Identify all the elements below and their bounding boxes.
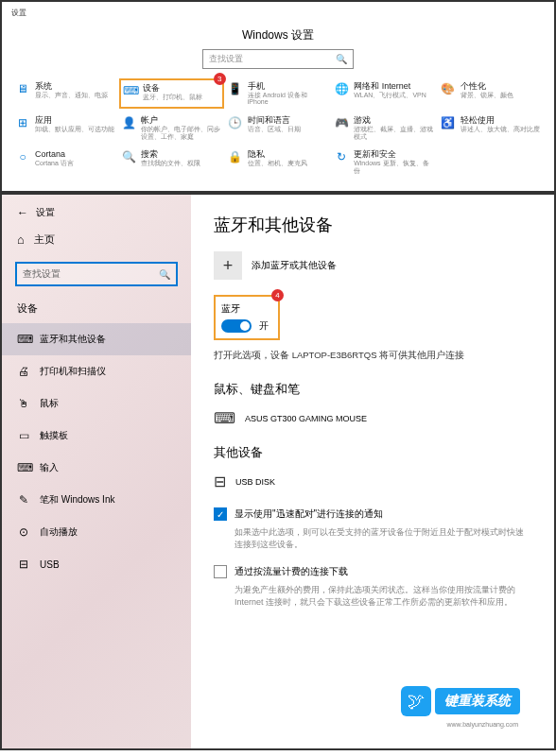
apps-icon: ⊞ [15,115,30,130]
accounts-icon: 👤 [121,115,136,130]
usb-nav-icon: ⊟ [17,558,30,571]
nav-touchpad[interactable]: ▭触摸板 [2,420,191,452]
bluetooth-toggle[interactable] [221,319,252,333]
section-mouse-keyboard: 鼠标、键盘和笔 [214,381,531,398]
mouse-nav-icon: 🖱 [17,397,30,410]
step-badge-4: 4 [271,289,284,301]
bluetooth-toggle-area: 4 蓝牙 开 [214,295,280,340]
tile-gaming[interactable]: 🎮游戏游戏栏、截屏、直播、游戏模式 [332,112,436,143]
network-icon: 🌐 [334,81,349,96]
usb-device-icon: ⊟ [214,472,226,490]
nav-printers[interactable]: 🖨打印机和扫描仪 [2,355,191,387]
keyboard-device-icon: ⌨ [214,409,235,427]
system-icon: 🖥 [15,81,30,96]
pen-nav-icon: ✎ [17,493,30,507]
search-input-top[interactable]: 查找设置 🔍 [202,49,354,69]
tile-ease-of-access[interactable]: ♿轻松使用讲述人、放大镜、高对比度 [439,112,543,143]
watermark-text: 键重装系统 [435,688,520,714]
device-row[interactable]: ⌨ ASUS GT300 GAMING MOUSE [214,405,531,444]
tile-update-security[interactable]: ↻更新和安全Windows 更新、恢复、备份 [332,146,436,177]
home-button[interactable]: ⌂ 主页 [2,223,191,256]
gaming-icon: 🎮 [334,115,349,130]
tile-network[interactable]: 🌐网络和 InternetWLAN、飞行模式、VPN [332,78,436,109]
section-other-devices: 其他设备 [214,444,531,461]
back-icon[interactable]: ← [17,206,28,219]
printer-nav-icon: 🖨 [17,365,30,378]
touchpad-nav-icon: ▭ [17,429,30,442]
watermark-url: www.baiyunzhuang.com [447,721,519,728]
tile-search[interactable]: 🔍搜索查找我的文件、权限 [119,146,223,177]
toggle-state: 开 [259,319,269,333]
search-input-sidebar[interactable]: 查找设置 🔍 [15,262,178,286]
step-badge-3: 3 [214,73,226,85]
sidebar: ← 设置 ⌂ 主页 查找设置 🔍 设备 ⌨蓝牙和其他设备 🖨打印机和扫描仪 🖱鼠… [2,195,191,748]
device-row[interactable]: ⊟ USB DISK [214,469,531,507]
sidebar-header: ← 设置 [2,202,191,223]
nav-bluetooth[interactable]: ⌨蓝牙和其他设备 [2,323,191,355]
nav-usb[interactable]: ⊟USB [2,548,191,580]
personalization-icon: 🎨 [441,81,456,96]
nav-typing[interactable]: ⌨输入 [2,452,191,484]
checkbox-swift-pair[interactable]: ✓ 显示使用"迅速配对"进行连接的通知 [214,507,531,521]
tile-phone[interactable]: 📱手机连接 Android 设备和 iPhone [226,78,330,109]
nav-pen[interactable]: ✎笔和 Windows Ink [2,484,191,516]
checkbox-icon [214,565,227,578]
metered-description: 为避免产生额外的费用，保持此选项关闭状态。这样当你使用按流量计费的 Intern… [214,584,531,608]
typing-nav-icon: ⌨ [17,461,30,474]
tile-personalization[interactable]: 🎨个性化背景、锁屏、颜色 [439,78,543,109]
nav-mouse[interactable]: 🖱鼠标 [2,387,191,420]
cortana-icon: ○ [15,149,30,164]
checkbox-icon: ✓ [214,507,227,521]
tile-system[interactable]: 🖥系统显示、声音、通知、电源 [13,78,117,109]
ease-icon: ♿ [441,115,456,130]
devices-icon: ⌨ [123,83,138,98]
tile-devices[interactable]: ⌨设备蓝牙、打印机、鼠标3 [119,78,223,109]
checkbox-metered[interactable]: 通过按流量计费的连接下载 [214,565,531,578]
search-icon: 🔍 [336,54,347,64]
settings-grid: 🖥系统显示、声音、通知、电源 ⌨设备蓝牙、打印机、鼠标3 📱手机连接 Andro… [9,78,547,178]
update-icon: ↻ [334,149,349,164]
tile-cortana[interactable]: ○CortanaCortana 语言 [13,146,117,177]
windows-settings-panel: 设置 Windows 设置 查找设置 🔍 🖥系统显示、声音、通知、电源 ⌨设备蓝… [0,0,556,193]
tile-privacy[interactable]: 🔒隐私位置、相机、麦克风 [226,146,330,177]
window-title: 设置 [9,6,547,20]
watermark: 🕊 键重装系统 [401,686,520,716]
home-icon: ⌂ [17,232,25,247]
bluetooth-nav-icon: ⌨ [17,333,30,346]
watermark-icon: 🕊 [401,686,431,716]
add-device-button[interactable]: + 添加蓝牙或其他设备 [214,251,531,280]
sidebar-section-title: 设备 [2,298,191,323]
tile-accounts[interactable]: 👤帐户你的帐户、电子邮件、同步设置、工作、家庭 [119,112,223,143]
bluetooth-description: 打开此选项，设备 LAPTOP-E3B6RTQS 将可供其他用户连接 [214,350,531,362]
page-title: Windows 设置 [9,20,547,49]
search-icon: 🔍 [159,269,170,280]
bluetooth-label: 蓝牙 [221,302,269,316]
autoplay-nav-icon: ⊙ [17,525,30,539]
nav-autoplay[interactable]: ⊙自动播放 [2,516,191,548]
swift-pair-description: 如果选中此选项，则可以在受支持的蓝牙设备位于附近且处于配对模式时快速连接到这些设… [214,526,531,550]
plus-icon: + [214,251,242,280]
search-tile-icon: 🔍 [121,149,136,164]
privacy-icon: 🔒 [228,149,243,164]
content-title: 蓝牙和其他设备 [214,214,531,236]
phone-icon: 📱 [228,81,243,96]
settings-detail-panel: ← 设置 ⌂ 主页 查找设置 🔍 设备 ⌨蓝牙和其他设备 🖨打印机和扫描仪 🖱鼠… [0,193,556,750]
tile-time-language[interactable]: 🕒时间和语言语音、区域、日期 [226,112,330,143]
content-area: 蓝牙和其他设备 + 添加蓝牙或其他设备 4 蓝牙 开 打开此选项，设备 LAPT… [191,195,554,748]
time-icon: 🕒 [228,115,243,130]
tile-apps[interactable]: ⊞应用卸载、默认应用、可选功能 [13,112,117,143]
